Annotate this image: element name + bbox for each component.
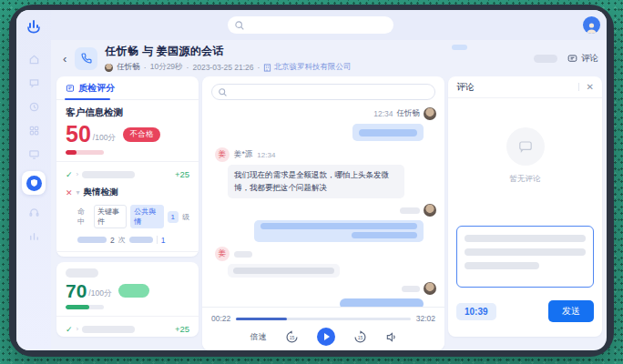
- placeholder-bar: [82, 326, 135, 333]
- home-icon: [28, 54, 40, 66]
- customer-avatar: 姜: [215, 247, 230, 261]
- chevron-right-icon: ›: [77, 170, 79, 178]
- rule-row-pass[interactable]: ✓ › +25: [66, 324, 189, 334]
- decorative-pill: [452, 45, 467, 50]
- bonus-score: +25: [175, 324, 189, 334]
- person-icon: [585, 22, 598, 34]
- sidebar-item-messages[interactable]: [27, 76, 40, 89]
- apps-icon: [28, 125, 40, 136]
- section-title: 客户信息检测: [66, 106, 189, 119]
- sidebar-item-home[interactable]: [27, 53, 40, 66]
- playback-speed-button[interactable]: 倍速: [250, 331, 267, 343]
- rule-row-pass[interactable]: ✓ › +25: [66, 169, 189, 179]
- volume-button[interactable]: [385, 331, 397, 343]
- rewind-15-button[interactable]: 15: [285, 330, 299, 344]
- close-icon[interactable]: ✕: [587, 82, 594, 92]
- sidebar-nav: [22, 53, 46, 242]
- customer-avatar: 姜: [215, 147, 230, 162]
- send-button[interactable]: 发送: [548, 300, 594, 322]
- header-separator: [578, 83, 579, 91]
- desktop-background: ‹ 任忻畅 与 姜国源的会话 任忻畅 · 10分29秒 · 2023-03-25…: [0, 0, 623, 364]
- cross-icon: ✕: [66, 188, 73, 197]
- player-progress-row: 00:22 32:02: [202, 308, 444, 323]
- company-link[interactable]: 北京骇罗科技有限公司: [263, 62, 351, 73]
- comment-input[interactable]: [456, 226, 594, 288]
- sentiment-keyword-row: 2 次 1: [77, 235, 189, 245]
- message-sender: 姜*源: [234, 149, 252, 160]
- stats-icon: [28, 230, 40, 242]
- seek-bar[interactable]: [236, 318, 410, 320]
- search-icon: [234, 20, 245, 31]
- placeholder-pill: [534, 55, 557, 63]
- transcript-panel: 12:34 任忻畅 姜 姜*源 12:34 我们现在的需求是全额退款，哪: [202, 76, 444, 350]
- placeholder-bar: [465, 248, 586, 256]
- comment-icon: [567, 54, 577, 64]
- global-search-input[interactable]: [228, 16, 393, 34]
- dot-separator: ·: [144, 63, 147, 72]
- score-progress-fill: [66, 150, 77, 155]
- svg-text:15: 15: [357, 334, 363, 339]
- placeholder-bar: [465, 262, 539, 269]
- placeholder-bar: [359, 129, 417, 136]
- keyword-count-2: 1: [161, 236, 166, 245]
- svg-text:15: 15: [289, 334, 294, 339]
- comments-header: 评论 ✕: [448, 76, 602, 98]
- chevron-right-icon: ›: [77, 325, 79, 333]
- level-chip: 1: [168, 211, 179, 223]
- agent-avatar: [424, 107, 436, 120]
- agent-avatar: [424, 282, 436, 295]
- customer-message-bubble[interactable]: 我们现在的需求是全额退款，哪怕上头条发微博，我都要把这个问题解决: [228, 165, 404, 198]
- quality-score-panel: 质检评分 客户信息检测 50 /100分 不合格: [56, 76, 199, 350]
- message-icon: [28, 77, 40, 89]
- score-row: 70 /100分: [66, 281, 189, 300]
- comment-icon: [518, 139, 533, 154]
- score-icon: [66, 84, 75, 93]
- message-meta: 姜 姜*源 12:34: [215, 147, 437, 162]
- agent-avatar: [105, 64, 113, 72]
- score-progress: [66, 305, 104, 309]
- sidebar-item-headset[interactable]: [27, 206, 40, 218]
- chip-separator: [157, 236, 158, 244]
- current-time: 00:22: [211, 314, 230, 323]
- comment-toggle-button[interactable]: 评论: [567, 53, 598, 65]
- sidebar-item-inspection-active[interactable]: [22, 171, 46, 195]
- agent-message-bubble[interactable]: [254, 220, 424, 242]
- empty-state: 暂无评论: [448, 127, 602, 185]
- timestamp-chip[interactable]: 10:39: [456, 303, 496, 320]
- divider: [56, 161, 199, 162]
- back-button[interactable]: ‹: [63, 53, 66, 65]
- tab-underline: [65, 98, 110, 101]
- score-tabbar: 质检评分: [56, 76, 199, 100]
- chart-logo-icon: [25, 17, 43, 35]
- score-card-service: 70 /100分 ✓ › +25: [56, 262, 199, 337]
- rule-label: 舆情检测: [84, 187, 118, 198]
- placeholder-bar: [400, 207, 420, 214]
- transcript-search-input[interactable]: [211, 84, 435, 100]
- rule-row-sentiment[interactable]: ✕ ▾ 舆情检测: [66, 187, 189, 198]
- forward-15-button[interactable]: 15: [353, 330, 367, 344]
- sidebar-item-apps[interactable]: [27, 124, 40, 136]
- score-denominator: /100分: [93, 133, 116, 144]
- content-area: 质检评分 客户信息检测 50 /100分 不合格: [51, 76, 607, 350]
- dot-separator: ·: [258, 63, 260, 72]
- sidebar-item-history[interactable]: [27, 100, 40, 113]
- sidebar-item-stats[interactable]: [27, 229, 40, 242]
- comments-panel: 评论 ✕ 暂无评论: [448, 76, 602, 337]
- forward-15-icon: 15: [353, 330, 367, 344]
- placeholder-bar: [260, 223, 417, 229]
- comment-footer: 10:39 发送: [456, 300, 594, 322]
- play-button[interactable]: [317, 328, 335, 346]
- placeholder-bar: [129, 237, 153, 243]
- call-datetime: 2023-03-25 21:26: [192, 63, 253, 72]
- customer-message-bubble[interactable]: [228, 264, 340, 278]
- message-meta: 姜: [215, 247, 437, 261]
- call-type-tile: [75, 47, 97, 70]
- tab-quality-score[interactable]: 质检评分: [66, 82, 115, 95]
- bonus-score: +25: [175, 169, 189, 179]
- user-avatar[interactable]: [583, 16, 600, 34]
- empty-state-circle: [506, 127, 545, 166]
- score-row: 50 /100分 不合格: [66, 123, 189, 146]
- sidebar-item-monitor[interactable]: [27, 147, 40, 160]
- volume-icon: [385, 331, 397, 343]
- agent-message-bubble[interactable]: [352, 124, 424, 141]
